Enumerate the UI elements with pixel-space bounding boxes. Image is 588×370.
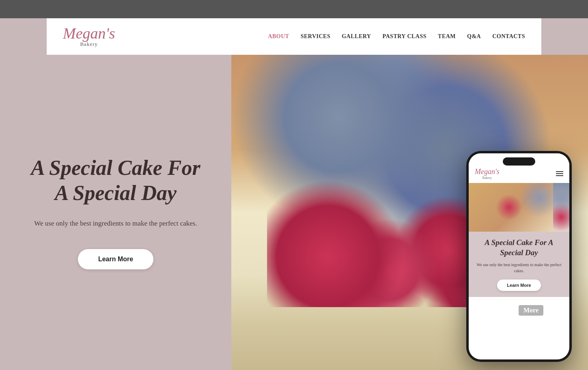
phone-logo: Megan's Bakery bbox=[475, 168, 500, 180]
phone-logo-script: Megan's bbox=[475, 168, 500, 176]
phone-logo-sub: Bakery bbox=[475, 176, 500, 180]
logo-script: Megan's bbox=[63, 26, 115, 41]
nav-services[interactable]: SERVICES bbox=[301, 33, 331, 40]
phone-inner: Megan's Bakery A Special Cake For A Spe bbox=[469, 153, 569, 359]
logo-sub: Bakery bbox=[80, 41, 98, 47]
hero-section: A Special Cake For A Special Day We use … bbox=[0, 55, 588, 370]
nav-qa[interactable]: Q&A bbox=[467, 33, 481, 40]
phone-hero-image bbox=[469, 183, 569, 232]
navbar: Megan's Bakery ABOUT SERVICES GALLERY PA… bbox=[47, 18, 541, 55]
phone-content: A Special Cake For A Special Day We use … bbox=[469, 232, 569, 297]
logo[interactable]: Megan's Bakery bbox=[63, 26, 115, 47]
hero-title: A Special Cake For A Special Day bbox=[24, 155, 207, 206]
phone-mockup: Megan's Bakery A Special Cake For A Spe bbox=[466, 151, 572, 362]
phone-title: A Special Cake For A Special Day bbox=[474, 238, 564, 258]
nav-team[interactable]: TEAM bbox=[438, 33, 456, 40]
hero-right-panel: Megan's Bakery A Special Cake For A Spe bbox=[231, 55, 588, 370]
nav-about[interactable]: ABOUT bbox=[268, 33, 289, 40]
phone-hamburger-icon[interactable] bbox=[556, 171, 563, 176]
more-label[interactable]: More bbox=[519, 305, 543, 316]
phone-hero-strip bbox=[553, 183, 569, 232]
phone-description: We use only the best ingredients to make… bbox=[474, 262, 564, 274]
nav-links: ABOUT SERVICES GALLERY PASTRY CLASS TEAM… bbox=[268, 33, 525, 40]
top-strip bbox=[0, 0, 588, 18]
phone-learn-more-button[interactable]: Learn More bbox=[497, 280, 541, 291]
nav-gallery[interactable]: GALLERY bbox=[342, 33, 371, 40]
hero-left-panel: A Special Cake For A Special Day We use … bbox=[0, 55, 231, 370]
hero-description: We use only the best ingredients to make… bbox=[34, 218, 197, 229]
nav-pastry-class[interactable]: PASTRY CLASS bbox=[382, 33, 426, 40]
phone-notch bbox=[503, 157, 535, 166]
nav-contacts[interactable]: CONTACTS bbox=[492, 33, 525, 40]
learn-more-button[interactable]: Learn More bbox=[78, 249, 153, 269]
